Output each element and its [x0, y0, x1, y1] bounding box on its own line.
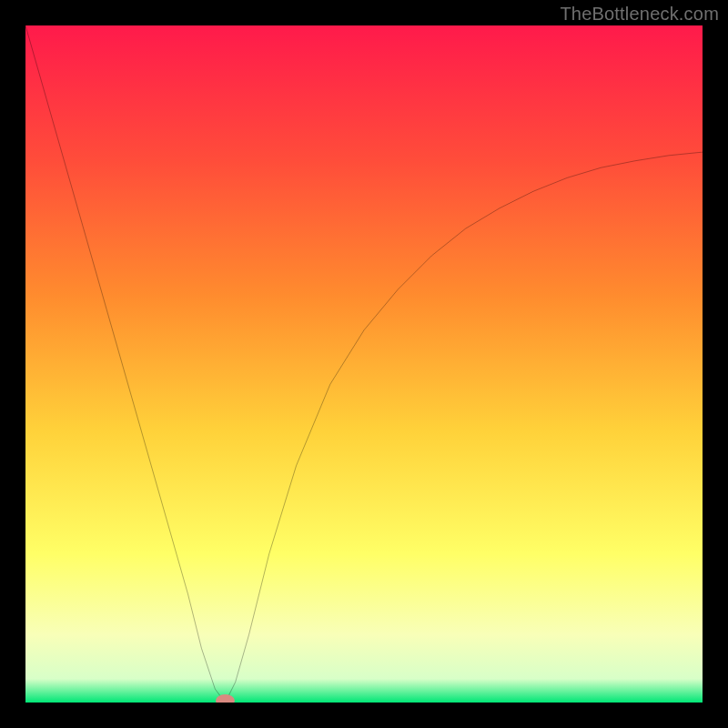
bottleneck-chart: [25, 25, 703, 703]
watermark-text: TheBottleneck.com: [560, 4, 719, 25]
chart-frame: [25, 25, 703, 703]
gradient-background: [25, 25, 703, 703]
